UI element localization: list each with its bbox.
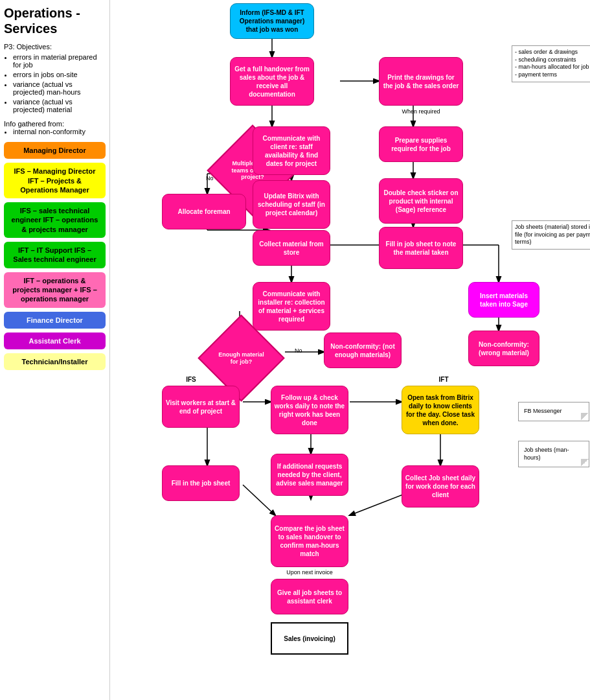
label-ift: IFT [427,373,460,386]
node-allocate-foreman: Allocate foreman [162,194,246,229]
info-item: internal non-conformity [13,128,106,135]
svg-line-24 [350,493,408,515]
roles-container: Managing DirectorIFS – Managing Director… [4,142,106,370]
note-job-sheets-hours: Job sheets (man-hours) [518,441,589,467]
node-communicate-client: Communicate with client re: staff availa… [253,126,330,175]
node-prepare-supplies: Prepare supplies required for the job [379,126,463,162]
node-collect-job-sheet: Collect Job sheet daily for work done fo… [402,465,479,508]
note-job-sheets-material: Job sheets (material) stored in file (fo… [512,220,590,250]
role-box-ift-it-ifs-sales: IFT – IT Support IFS – Sales technical e… [4,242,106,268]
objectives-section: P3: Objectives: errors in material prepa… [4,43,106,113]
page-title: Operations - Services [4,5,106,36]
node-follow-up: Follow up & check works daily to note th… [271,386,348,434]
role-box-managing-director: Managing Director [4,142,106,159]
objectives-list: errors in material prepared for joberror… [4,53,106,113]
label-no-1: No [206,175,214,181]
node-collect-material: Collect material from store [253,230,330,266]
diamond-enough-material: Enough material for job? [210,327,272,389]
node-inform: Inform (IFS-MD & IFT Operations manager)… [230,3,314,39]
node-give-job-sheets: Give all job sheets to assistant clerk [271,579,348,614]
note-sales-order: - sales order & drawings - scheduling co… [512,45,590,82]
node-get-handover: Get a full handover from sales about the… [230,57,314,106]
node-if-additional: If additional requests needed by the cli… [271,454,348,496]
node-communicate-installer: Communicate with installer re: collectio… [253,282,330,331]
node-compare-job: Compare the job sheet to sales handover … [271,515,348,567]
objective-item: errors in material prepared for job [13,53,106,69]
node-update-bitrix: Update Bitrix with scheduling of staff (… [253,180,330,229]
role-box-assistant-clerk: Assistant Clerk [4,332,106,349]
node-nc-wrong-material: Non-conformity: (wrong material) [468,331,539,366]
role-box-technician: Technician/Installer [4,353,106,370]
node-fill-job-sheet: Fill in job sheet to note the material t… [379,227,463,269]
role-box-finance-director: Finance Director [4,312,106,329]
role-box-ifs-sales-ift-ops: IFS – sales technical engineer IFT – ope… [4,202,106,238]
info-section: Info gathered from: internal non-conform… [4,120,106,135]
flowchart-area: Inform (IFS-MD & IFT Operations manager)… [110,0,590,700]
node-double-check: Double check sticker on product with int… [379,178,463,224]
role-box-ifs-md-ift-pm: IFS – Managing Director IFT – Projects &… [4,163,106,198]
sidebar: Operations - Services P3: Objectives: er… [0,0,110,700]
objective-item: variance (actual vs projected) material [13,98,106,113]
note-fb-messenger: FB Messenger [518,402,589,421]
node-nc-not-enough: Non-conformity: (not enough materials) [324,332,402,368]
role-box-ift-ops-ifs-ops: IFT – operations & projects manager + IF… [4,272,106,308]
label-no-2: No [295,347,302,354]
node-sales-invoicing: Sales (invoicing) [271,622,348,655]
node-fill-job-sheet2: Fill in the job sheet [162,465,240,501]
label-ifs: IFS [175,373,207,386]
info-list: internal non-conformity [4,128,106,135]
objective-item: errors in jobs on-site [13,71,106,78]
label-when-required: When required [379,106,463,119]
label-upon-invoice: Upon next invoice [271,567,348,579]
node-open-task: Open task from Bitrix daily to know clie… [402,386,479,434]
node-visit-workers: Visit workers at start & end of project [162,386,240,428]
node-insert-sage: Insert materials taken into Sage [468,282,539,318]
objective-item: variance (actual vs projected) man-hours [13,80,106,96]
node-print-drawings: Print the drawings for the job & the sal… [379,57,463,106]
